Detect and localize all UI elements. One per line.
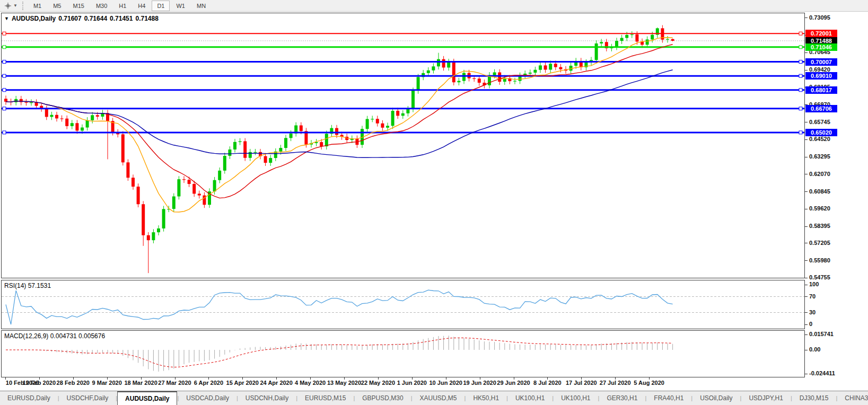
macd-canvas <box>2 331 804 377</box>
date-label-17: 17 Jul 2020 <box>560 380 602 386</box>
chart-tab-xauusd-m5[interactable]: XAUUSD,M5 <box>413 391 464 405</box>
price-tickmark <box>805 191 808 192</box>
rsi-tickmark <box>805 296 808 297</box>
timeframe-button-h1[interactable]: H1 <box>113 1 131 11</box>
date-tickmark <box>242 377 243 380</box>
level-price-tag-0.66706[interactable]: 0.66706 <box>805 105 837 112</box>
price-tick-0.54755: 0.54755 <box>809 274 830 280</box>
chart-tab-eurusd-m15[interactable]: EURUSD,M15 <box>297 391 353 405</box>
rsi-tickmark <box>805 312 808 313</box>
toolbar-drag-handle[interactable] <box>22 2 25 10</box>
main-chart-canvas[interactable] <box>2 13 804 278</box>
macd-panel[interactable]: MACD(12,26,9) 0.004731 0.005676 <box>1 330 805 377</box>
rsi-canvas <box>2 280 804 329</box>
level-price-tag-0.70007[interactable]: 0.70007 <box>805 58 837 66</box>
timeframe-button-h4[interactable]: H4 <box>133 1 151 11</box>
rsi-tick-70: 70 <box>809 293 816 300</box>
price-tick-0.65745: 0.65745 <box>809 119 830 125</box>
chart-tab-usdjpy-h1[interactable]: USDJPY,H1 <box>741 391 790 405</box>
macd-tick--0.024411: -0.024411 <box>809 370 835 376</box>
chart-tab-hk50-h1[interactable]: HK50,H1 <box>466 391 506 405</box>
price-tick-0.59620: 0.59620 <box>809 205 830 212</box>
cursor-tool-button[interactable]: ▼ <box>2 1 20 11</box>
main-chart-panel[interactable]: ▼ AUDUSD,Daily 0.71607 0.71644 0.71451 0… <box>1 13 805 278</box>
price-tick-0.55980: 0.55980 <box>809 257 830 263</box>
chart-tab-usdcnh-daily[interactable]: USDCNH,Daily <box>238 391 296 405</box>
chart-tab-uk100-h1[interactable]: UK100,H1 <box>554 391 598 405</box>
quote-high: 0.71644 <box>84 15 107 22</box>
date-tickmark <box>581 377 582 380</box>
top-toolbar: ▼ M1M5M15M30H1H4D1W1MN <box>0 0 868 12</box>
level-price-tag-0.65020[interactable]: 0.65020 <box>805 129 837 136</box>
date-label-6: 6 Apr 2020 <box>187 380 230 386</box>
date-tickmark <box>378 377 379 380</box>
date-tickmark <box>5 377 6 380</box>
date-tickmark <box>480 377 480 380</box>
rsi-panel[interactable]: RSI(14) 57.1531 <box>1 280 805 329</box>
price-tickmark <box>805 52 808 53</box>
date-label-3: 9 Mar 2020 <box>86 380 128 386</box>
timeframe-button-mn[interactable]: MN <box>191 1 211 11</box>
date-label-13: 10 Jun 2020 <box>425 380 467 386</box>
chart-tab-china300-h4[interactable]: CHINA300,H4 <box>837 391 868 405</box>
chart-tab-ger30-h1[interactable]: GER30,H1 <box>599 391 645 405</box>
macd-tickmark <box>805 374 808 374</box>
price-tickmark <box>805 139 808 140</box>
chart-tab-audusd-daily[interactable]: AUDUSD,Daily <box>117 391 177 405</box>
chart-tab-gbpusd-m30[interactable]: GBPUSD,M30 <box>355 391 410 405</box>
symbol-tabbar: EURUSD,Daily|USDCHF,Daily|AUDUSD,Daily|U… <box>0 391 868 405</box>
timeframe-button-d1[interactable]: D1 <box>152 1 170 11</box>
rsi-tickmark <box>805 324 808 325</box>
date-label-0: 10 Feb 2020 <box>1 380 43 386</box>
chart-tab-uk100-h1[interactable]: UK100,H1 <box>508 391 552 405</box>
timeframe-button-m5[interactable]: M5 <box>48 1 66 11</box>
price-tickmark <box>805 260 808 261</box>
date-label-1: 19 Feb 2020 <box>18 380 60 386</box>
timeframe-button-m15[interactable]: M15 <box>67 1 89 11</box>
level-price-tag-0.71046[interactable]: 0.71046 <box>805 43 837 51</box>
price-tick-0.63295: 0.63295 <box>809 153 830 160</box>
date-label-12: 1 Jun 2020 <box>391 380 433 386</box>
level-price-tag-0.72001[interactable]: 0.72001 <box>805 30 837 37</box>
chart-tab-dj30-m15[interactable]: DJ30,M15 <box>792 391 836 405</box>
date-label-16: 8 Jul 2020 <box>526 380 568 386</box>
macd-label: MACD(12,26,9) 0.004731 0.005676 <box>4 332 105 340</box>
cursor-tool-dropdown-icon[interactable]: ▼ <box>13 3 17 8</box>
timeframe-button-w1[interactable]: W1 <box>171 1 190 11</box>
chart-tab-eurusd-daily[interactable]: EURUSD,Daily <box>0 391 58 405</box>
macd-tick-0.015741: 0.015741 <box>809 331 834 337</box>
timeframe-button-m30[interactable]: M30 <box>91 1 112 11</box>
macd-tick-0.00: 0.00 <box>809 346 820 353</box>
chart-title-dropdown-icon[interactable]: ▼ <box>4 16 9 21</box>
price-tickmark <box>805 243 808 243</box>
chart-tab-usoil-daily[interactable]: USOil,Daily <box>692 391 740 405</box>
quote-open: 0.71607 <box>58 15 81 22</box>
chart-tab-usdcad-daily[interactable]: USDCAD,Daily <box>179 391 236 405</box>
price-tickmark <box>805 209 808 209</box>
date-tickmark <box>141 377 142 380</box>
date-tickmark <box>107 377 108 380</box>
price-tick-0.60845: 0.60845 <box>809 188 830 195</box>
timeframe-buttons: M1M5M15M30H1H4D1W1MN <box>28 1 212 11</box>
date-tickmark <box>344 377 345 380</box>
chart-title: ▼ AUDUSD,Daily 0.71607 0.71644 0.71451 0… <box>4 15 159 22</box>
quote-low: 0.71451 <box>110 15 133 22</box>
rsi-tick-30: 30 <box>809 309 816 315</box>
macd-tickmark <box>805 334 808 335</box>
level-price-tag-0.68017[interactable]: 0.68017 <box>805 86 837 94</box>
chart-tab-fra40-h1[interactable]: FRA40,H1 <box>646 391 691 405</box>
date-label-4: 18 Mar 2020 <box>120 380 162 386</box>
chart-tab-usdchf-daily[interactable]: USDCHF,Daily <box>59 391 116 405</box>
level-price-tag-0.69010[interactable]: 0.69010 <box>805 72 837 80</box>
price-tickmark <box>805 70 808 71</box>
date-tickmark <box>446 377 446 380</box>
price-tick-0.73095: 0.73095 <box>809 14 830 21</box>
date-tickmark <box>310 377 311 380</box>
date-tickmark <box>276 377 277 380</box>
date-label-8: 24 Apr 2020 <box>255 380 297 386</box>
date-tickmark <box>73 377 74 380</box>
timeframe-button-m1[interactable]: M1 <box>28 1 47 11</box>
rsi-label: RSI(14) 57.1531 <box>4 282 51 289</box>
date-label-11: 22 May 2020 <box>357 380 399 386</box>
date-label-2: 28 Feb 2020 <box>52 380 94 386</box>
